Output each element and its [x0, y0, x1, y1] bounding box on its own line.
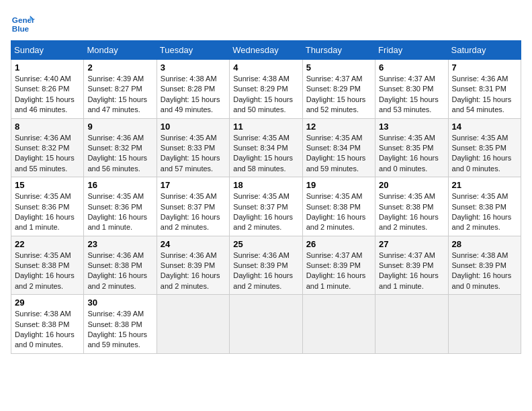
day-info: Sunrise: 4:38 AMSunset: 8:38 PMDaylight:… — [15, 310, 75, 349]
day-info: Sunrise: 4:35 AMSunset: 8:36 PMDaylight:… — [87, 192, 147, 231]
day-info: Sunrise: 4:39 AMSunset: 8:27 PMDaylight:… — [87, 75, 147, 113]
calendar-cell: 15 Sunrise: 4:35 AMSunset: 8:36 PMDaylig… — [11, 177, 84, 236]
day-number: 20 — [379, 180, 444, 190]
day-info: Sunrise: 4:36 AMSunset: 8:39 PMDaylight:… — [161, 251, 220, 290]
calendar-col-header: Tuesday — [157, 41, 229, 60]
day-number: 26 — [306, 239, 371, 249]
day-info: Sunrise: 4:35 AMSunset: 8:38 PMDaylight:… — [379, 192, 439, 231]
calendar-week-row: 22 Sunrise: 4:35 AMSunset: 8:38 PMDaylig… — [11, 236, 521, 295]
calendar-week-row: 1 Sunrise: 4:40 AMSunset: 8:26 PMDayligh… — [11, 60, 521, 119]
calendar-col-header: Thursday — [302, 41, 375, 60]
calendar-week-row: 15 Sunrise: 4:35 AMSunset: 8:36 PMDaylig… — [11, 177, 521, 236]
calendar-cell: 30 Sunrise: 4:39 AMSunset: 8:38 PMDaylig… — [84, 295, 157, 354]
day-info: Sunrise: 4:36 AMSunset: 8:31 PMDaylight:… — [452, 75, 512, 113]
day-number: 28 — [452, 239, 517, 249]
day-info: Sunrise: 4:35 AMSunset: 8:38 PMDaylight:… — [15, 251, 75, 290]
calendar-cell: 5 Sunrise: 4:37 AMSunset: 8:29 PMDayligh… — [302, 60, 375, 119]
day-number: 6 — [379, 62, 444, 73]
day-info: Sunrise: 4:38 AMSunset: 8:28 PMDaylight:… — [161, 75, 220, 113]
logo: General Blue — [11, 11, 38, 35]
day-number: 3 — [161, 62, 226, 73]
day-info: Sunrise: 4:35 AMSunset: 8:37 PMDaylight:… — [161, 192, 220, 231]
calendar-cell: 11 Sunrise: 4:35 AMSunset: 8:34 PMDaylig… — [230, 118, 302, 177]
calendar-cell: 25 Sunrise: 4:36 AMSunset: 8:39 PMDaylig… — [230, 236, 302, 295]
day-number: 5 — [306, 62, 371, 73]
calendar-cell — [375, 295, 448, 354]
calendar-cell: 24 Sunrise: 4:36 AMSunset: 8:39 PMDaylig… — [157, 236, 229, 295]
calendar-cell: 26 Sunrise: 4:37 AMSunset: 8:39 PMDaylig… — [302, 236, 375, 295]
day-number: 14 — [452, 122, 517, 132]
day-number: 15 — [15, 180, 80, 190]
day-info: Sunrise: 4:37 AMSunset: 8:30 PMDaylight:… — [379, 75, 439, 113]
calendar-cell: 1 Sunrise: 4:40 AMSunset: 8:26 PMDayligh… — [11, 60, 84, 119]
calendar-cell: 9 Sunrise: 4:36 AMSunset: 8:32 PMDayligh… — [84, 118, 157, 177]
calendar-cell: 22 Sunrise: 4:35 AMSunset: 8:38 PMDaylig… — [11, 236, 84, 295]
day-info: Sunrise: 4:37 AMSunset: 8:39 PMDaylight:… — [379, 251, 439, 290]
calendar-col-header: Wednesday — [230, 41, 302, 60]
calendar-cell: 6 Sunrise: 4:37 AMSunset: 8:30 PMDayligh… — [375, 60, 448, 119]
day-info: Sunrise: 4:37 AMSunset: 8:29 PMDaylight:… — [306, 75, 366, 113]
day-number: 24 — [161, 239, 226, 249]
day-number: 10 — [161, 122, 226, 132]
calendar-cell: 16 Sunrise: 4:35 AMSunset: 8:36 PMDaylig… — [84, 177, 157, 236]
logo-icon: General Blue — [11, 11, 35, 35]
day-info: Sunrise: 4:35 AMSunset: 8:38 PMDaylight:… — [452, 192, 512, 231]
calendar-cell: 8 Sunrise: 4:36 AMSunset: 8:32 PMDayligh… — [11, 118, 84, 177]
day-info: Sunrise: 4:38 AMSunset: 8:29 PMDaylight:… — [233, 75, 293, 113]
day-number: 19 — [306, 180, 371, 190]
calendar-cell: 17 Sunrise: 4:35 AMSunset: 8:37 PMDaylig… — [157, 177, 229, 236]
day-number: 18 — [233, 180, 298, 190]
calendar-cell: 28 Sunrise: 4:38 AMSunset: 8:39 PMDaylig… — [448, 236, 521, 295]
calendar-cell: 21 Sunrise: 4:35 AMSunset: 8:38 PMDaylig… — [448, 177, 521, 236]
day-number: 4 — [233, 62, 298, 73]
calendar-cell: 18 Sunrise: 4:35 AMSunset: 8:37 PMDaylig… — [230, 177, 302, 236]
day-number: 25 — [233, 239, 298, 249]
calendar-cell — [157, 295, 229, 354]
calendar-col-header: Friday — [375, 41, 448, 60]
calendar-col-header: Saturday — [448, 41, 521, 60]
day-info: Sunrise: 4:35 AMSunset: 8:33 PMDaylight:… — [161, 134, 220, 173]
day-number: 30 — [87, 298, 152, 308]
calendar-col-header: Sunday — [11, 41, 84, 60]
calendar-cell: 7 Sunrise: 4:36 AMSunset: 8:31 PMDayligh… — [448, 60, 521, 119]
day-info: Sunrise: 4:38 AMSunset: 8:39 PMDaylight:… — [452, 251, 512, 290]
day-number: 22 — [15, 239, 80, 249]
calendar-cell — [230, 295, 302, 354]
day-number: 17 — [161, 180, 226, 190]
day-info: Sunrise: 4:40 AMSunset: 8:26 PMDaylight:… — [15, 75, 75, 113]
calendar-table: SundayMondayTuesdayWednesdayThursdayFrid… — [11, 40, 521, 354]
page-header: General Blue — [11, 11, 521, 35]
calendar-week-row: 29 Sunrise: 4:38 AMSunset: 8:38 PMDaylig… — [11, 295, 521, 354]
day-number: 12 — [306, 122, 371, 132]
day-info: Sunrise: 4:36 AMSunset: 8:32 PMDaylight:… — [87, 134, 147, 173]
day-info: Sunrise: 4:35 AMSunset: 8:38 PMDaylight:… — [306, 192, 366, 231]
calendar-cell: 12 Sunrise: 4:35 AMSunset: 8:34 PMDaylig… — [302, 118, 375, 177]
day-number: 8 — [15, 122, 80, 132]
day-number: 2 — [87, 62, 152, 73]
day-number: 11 — [233, 122, 298, 132]
calendar-cell: 4 Sunrise: 4:38 AMSunset: 8:29 PMDayligh… — [230, 60, 302, 119]
day-number: 21 — [452, 180, 517, 190]
calendar-cell — [448, 295, 521, 354]
day-info: Sunrise: 4:39 AMSunset: 8:38 PMDaylight:… — [87, 310, 147, 349]
day-number: 9 — [87, 122, 152, 132]
day-info: Sunrise: 4:35 AMSunset: 8:36 PMDaylight:… — [15, 192, 75, 231]
calendar-cell: 27 Sunrise: 4:37 AMSunset: 8:39 PMDaylig… — [375, 236, 448, 295]
day-info: Sunrise: 4:35 AMSunset: 8:34 PMDaylight:… — [233, 134, 293, 173]
calendar-cell: 23 Sunrise: 4:36 AMSunset: 8:38 PMDaylig… — [84, 236, 157, 295]
day-number: 13 — [379, 122, 444, 132]
day-info: Sunrise: 4:35 AMSunset: 8:35 PMDaylight:… — [452, 134, 512, 173]
calendar-cell — [302, 295, 375, 354]
day-info: Sunrise: 4:35 AMSunset: 8:37 PMDaylight:… — [233, 192, 293, 231]
day-info: Sunrise: 4:36 AMSunset: 8:39 PMDaylight:… — [233, 251, 293, 290]
svg-text:Blue: Blue — [12, 24, 30, 33]
calendar-col-header: Monday — [84, 41, 157, 60]
day-info: Sunrise: 4:35 AMSunset: 8:35 PMDaylight:… — [379, 134, 439, 173]
calendar-cell: 13 Sunrise: 4:35 AMSunset: 8:35 PMDaylig… — [375, 118, 448, 177]
calendar-header-row: SundayMondayTuesdayWednesdayThursdayFrid… — [11, 41, 521, 60]
calendar-cell: 10 Sunrise: 4:35 AMSunset: 8:33 PMDaylig… — [157, 118, 229, 177]
day-number: 29 — [15, 298, 80, 308]
day-number: 27 — [379, 239, 444, 249]
calendar-cell: 2 Sunrise: 4:39 AMSunset: 8:27 PMDayligh… — [84, 60, 157, 119]
calendar-cell: 20 Sunrise: 4:35 AMSunset: 8:38 PMDaylig… — [375, 177, 448, 236]
